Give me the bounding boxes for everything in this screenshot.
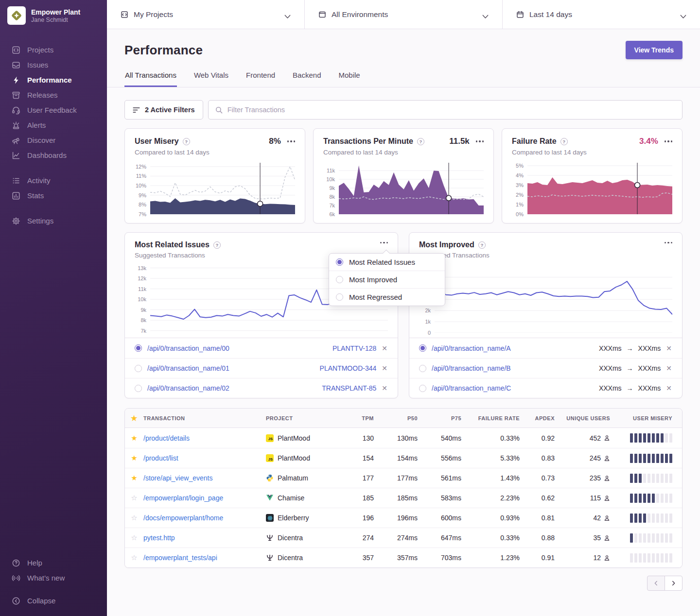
sidebar-item-activity[interactable]: Activity [0,173,107,188]
star-icon[interactable]: ★ [131,454,137,462]
topbar-select-my-projects[interactable]: My Projects [107,0,305,29]
sidebar-item-collapse[interactable]: Collapse [0,593,107,608]
view-trends-button[interactable]: View Trends [626,41,682,59]
transaction-link[interactable]: /empowerplant/login_page [143,494,223,502]
chart-card-title: Most Improved? [419,240,490,249]
topbar-select-all-environments[interactable]: All Environments [305,0,503,29]
sidebar-item-issues[interactable]: Issues [0,57,107,72]
star-icon[interactable]: ★ [131,434,137,443]
transaction-link[interactable]: /api/0/transaction_name/00 [147,344,229,352]
tab-web-vitals[interactable]: Web Vitals [193,71,229,87]
context-menu-button[interactable] [287,139,295,143]
search-input[interactable] [228,106,675,114]
dropdown-option-most-improved[interactable]: Most Improved [329,271,445,288]
context-menu-button[interactable] [380,240,388,245]
transaction-link[interactable]: /api/0/transaction_name/C [432,384,511,392]
user-misery-chart[interactable]: 12%11%10%9%8%7% [135,163,295,214]
tpm-chart[interactable]: 11k10k9k8k7k6k [323,163,484,214]
tab-backend[interactable]: Backend [292,71,321,87]
sidebar-item-projects[interactable]: Projects [0,42,107,57]
sidebar-item-stats[interactable]: Stats [0,188,107,203]
pagination-prev-button[interactable] [647,576,665,591]
transaction-radio[interactable] [135,385,142,392]
transaction-link[interactable]: /empowerplant_tests/api [143,554,217,562]
apdex-cell: 0.88 [528,534,563,542]
org-switcher[interactable]: Empower Plant Jane Schmidt [0,0,107,30]
transaction-link[interactable]: pytest.http [143,534,175,542]
dropdown-option-most-regressed[interactable]: Most Regressed [329,288,445,306]
star-icon[interactable]: ★ [131,414,138,423]
axis-tick-label: 13k [138,265,146,271]
active-filters-button[interactable]: 2 Active Filters [124,100,203,120]
project-cell: JSPlantMood [266,454,349,462]
tab-mobile[interactable]: Mobile [338,71,360,87]
sidebar-item-alerts[interactable]: Alerts [0,118,107,133]
transaction-link[interactable]: /api/0/transaction_name/01 [147,364,229,372]
transaction-link[interactable]: /store/api_view_events [143,474,212,482]
axis-tick-label: 12% [136,164,146,170]
transaction-radio[interactable] [419,344,426,352]
issue-link[interactable]: PLANTMOOD-344 [320,364,377,372]
sidebar-item-discover[interactable]: Discover [0,133,107,148]
failure-rate-chart[interactable]: 5%4%3%2%1%0% [512,163,672,214]
close-icon[interactable]: ✕ [665,384,672,393]
transaction-link[interactable]: /product/list [143,454,178,462]
dropdown-option-most-related-issues[interactable]: Most Related Issues [329,254,445,271]
star-icon[interactable]: ☆ [131,553,137,562]
context-menu-button[interactable] [665,240,672,245]
unique-users-cell: 245 [563,454,618,462]
star-icon[interactable]: ☆ [131,513,137,522]
transaction-list-item: /api/0/transaction_name/00PLANTTV-128✕ [125,338,398,358]
context-menu-button[interactable] [665,139,672,143]
dropdown-radio[interactable] [336,293,343,301]
issue-link[interactable]: TRANSPLANT-85 [322,384,376,392]
transaction-radio[interactable] [135,365,142,372]
star-icon[interactable]: ☆ [131,533,137,542]
dropdown-radio[interactable] [336,258,343,266]
transaction-link[interactable]: /docs/empowerplant/home [143,514,223,522]
close-icon[interactable]: ✕ [665,364,672,373]
topbar-select-label: My Projects [134,10,173,19]
vue-icon [266,494,274,502]
transaction-radio[interactable] [135,344,142,352]
topbar-select-last-14-days[interactable]: Last 14 days [503,0,700,29]
sidebar-item-user-feedback[interactable]: User Feedback [0,103,107,118]
sidebar-item-performance[interactable]: Performance [0,72,107,87]
close-icon[interactable]: ✕ [665,344,672,353]
sidebar-nav: ProjectsIssuesPerformanceReleasesUser Fe… [0,30,107,228]
help-circle-icon: ? [417,138,424,145]
transaction-radio[interactable] [419,365,426,372]
user-misery-gauge [618,474,682,483]
javascript-icon: JS [266,434,274,442]
context-menu-button[interactable] [476,139,484,143]
col-transaction: TRANSACTION [143,415,266,421]
sidebar-item-releases[interactable]: Releases [0,87,107,103]
tab-frontend[interactable]: Frontend [245,71,276,87]
sidebar-item-what-s-new[interactable]: What’s new [0,570,107,585]
transaction-radio[interactable] [419,385,426,392]
transactions-table: ★TRANSACTIONPROJECTTPMP50P75FAILURE RATE… [124,408,682,568]
transaction-link[interactable]: /product/details [143,434,190,442]
transaction-link[interactable]: /api/0/transaction_name/A [432,344,511,352]
axis-tick-label: 10k [326,176,335,182]
close-icon[interactable]: ✕ [381,384,388,393]
user-icon [604,475,610,481]
pagination-next-button[interactable] [665,576,682,591]
project-name: Palmatum [278,474,308,482]
sidebar-item-label: Issues [27,61,48,69]
sidebar-item-dashboards[interactable]: Dashboards [0,148,107,163]
star-icon[interactable]: ★ [131,474,137,482]
p75-cell: 561ms [426,474,470,482]
sidebar-item-settings[interactable]: Settings [0,213,107,228]
close-icon[interactable]: ✕ [381,344,388,353]
issue-link[interactable]: PLANTTV-128 [332,344,376,352]
transaction-link[interactable]: /api/0/transaction_name/B [432,364,511,372]
star-icon[interactable]: ☆ [131,494,137,502]
dropdown-radio[interactable] [336,276,343,283]
tab-all-transactions[interactable]: All Transactions [124,71,177,87]
help-icon [12,559,20,567]
transaction-link[interactable]: /api/0/transaction_name/02 [147,384,229,392]
most-improved-chart[interactable]: 2k1k0 [419,264,672,333]
sidebar-item-help[interactable]: Help [0,555,107,570]
close-icon[interactable]: ✕ [381,364,388,373]
